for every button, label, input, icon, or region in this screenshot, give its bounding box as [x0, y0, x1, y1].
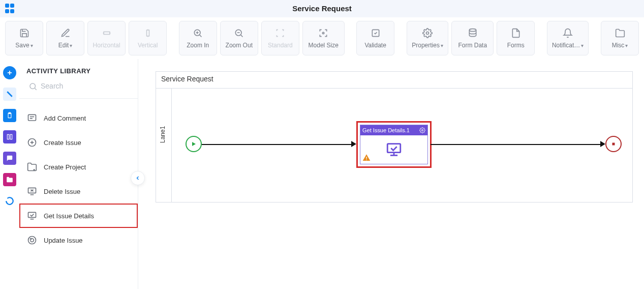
- connector: [202, 144, 352, 145]
- rail-columns-button[interactable]: [3, 130, 16, 143]
- apps-menu-icon[interactable]: [5, 4, 15, 14]
- svg-line-25: [35, 88, 36, 90]
- svg-rect-48: [612, 143, 615, 146]
- activity-node-label: Get Issue Details.1: [362, 127, 410, 133]
- validate-button[interactable]: Validate: [356, 21, 394, 55]
- zoom-in-icon: [193, 27, 203, 39]
- svg-rect-3: [146, 30, 149, 36]
- zoom-in-label: Zoom In: [187, 42, 209, 49]
- svg-rect-23: [10, 134, 12, 139]
- activity-add-comment[interactable]: Add Comment: [19, 106, 138, 130]
- activity-node-highlight: Get Issue Details.1: [356, 121, 432, 168]
- horizontal-icon: [102, 27, 112, 39]
- svg-point-42: [422, 130, 423, 131]
- vertical-icon: [143, 27, 153, 39]
- left-rail: [0, 59, 19, 289]
- folder-plus-icon: [26, 161, 38, 172]
- activity-get-issue-details[interactable]: Get Issue Details: [19, 204, 138, 228]
- folder-icon: [615, 27, 625, 39]
- start-node[interactable]: [186, 136, 202, 152]
- search-input[interactable]: [26, 80, 131, 95]
- page-title: Service Request: [292, 4, 352, 13]
- activity-label: Delete Issue: [44, 188, 80, 195]
- forms-label: Forms: [507, 42, 525, 49]
- model-size-button[interactable]: Model Size: [302, 21, 345, 55]
- vertical-button[interactable]: Vertical: [129, 21, 167, 55]
- check-monitor-icon: [384, 141, 404, 158]
- validate-label: Validate: [364, 42, 386, 49]
- rail-add-button[interactable]: [3, 66, 16, 79]
- end-node[interactable]: [605, 136, 622, 152]
- zoom-out-label: Zoom Out: [226, 42, 253, 49]
- sidebar-collapse-button[interactable]: [131, 171, 145, 185]
- lane-label: Lane1: [159, 126, 166, 143]
- activity-label: Create Project: [44, 163, 86, 171]
- edit-icon: [60, 27, 71, 39]
- activity-label: Create Issue: [44, 139, 81, 147]
- activity-update-issue[interactable]: Update Issue: [19, 228, 138, 252]
- activity-library-sidebar: ACTIVITY LIBRARY Add Comment Create Issu…: [19, 59, 138, 289]
- zoom-in-button[interactable]: Zoom In: [179, 21, 217, 55]
- canvas-divider: [156, 88, 632, 89]
- save-icon: [19, 27, 29, 39]
- svg-rect-46: [366, 157, 366, 159]
- forms-icon: [511, 27, 521, 39]
- horizontal-button[interactable]: Horizontal: [87, 21, 126, 55]
- connector: [431, 144, 601, 145]
- svg-marker-41: [192, 142, 196, 146]
- validate-icon: [371, 27, 381, 39]
- warning-icon: [362, 154, 371, 162]
- svg-rect-0: [104, 32, 110, 35]
- horizontal-label: Horizontal: [93, 42, 120, 49]
- form-data-label: Form Data: [458, 42, 487, 49]
- rail-activities-button[interactable]: [3, 88, 16, 101]
- activity-label: Get Issue Details: [44, 212, 94, 220]
- gear-icon[interactable]: [419, 127, 425, 133]
- rail-folder-button[interactable]: [3, 173, 16, 186]
- rail-refresh-button[interactable]: [3, 194, 16, 208]
- svg-point-40: [28, 237, 36, 244]
- standard-button[interactable]: Standard: [261, 21, 299, 55]
- form-data-button[interactable]: Form Data: [451, 21, 494, 55]
- lane-divider: [171, 88, 172, 202]
- refresh-circle-icon: [26, 235, 38, 246]
- rail-clipboard-button[interactable]: [3, 109, 16, 122]
- check-monitor-icon: [26, 210, 38, 221]
- delete-monitor-icon: [26, 186, 38, 197]
- zoom-out-icon: [234, 27, 244, 39]
- notifications-button[interactable]: Notificat…▾: [547, 21, 589, 55]
- model-size-label: Model Size: [309, 42, 339, 49]
- properties-button[interactable]: Properties▾: [407, 21, 449, 55]
- forms-button[interactable]: Forms: [497, 21, 535, 55]
- zoom-out-button[interactable]: Zoom Out: [220, 21, 258, 55]
- arrow-icon: [600, 141, 605, 147]
- canvas-title: Service Request: [161, 75, 213, 83]
- properties-label: Properties: [412, 42, 440, 49]
- process-canvas[interactable]: Service Request Lane1 Get Issue Details.…: [156, 71, 633, 203]
- chevron-down-icon: ▾: [581, 43, 584, 48]
- svg-rect-47: [366, 159, 366, 160]
- activity-label: Add Comment: [44, 114, 86, 122]
- activity-create-issue[interactable]: Create Issue: [19, 130, 138, 155]
- chevron-down-icon: ▾: [30, 43, 33, 48]
- activity-delete-issue[interactable]: Delete Issue: [19, 179, 138, 204]
- edit-button[interactable]: Edit▾: [46, 21, 84, 55]
- svg-rect-38: [28, 212, 36, 217]
- svg-rect-22: [7, 134, 9, 139]
- standard-label: Standard: [268, 42, 293, 49]
- svg-line-11: [241, 35, 243, 37]
- save-button[interactable]: Save▾: [5, 21, 43, 55]
- misc-label: Misc: [612, 42, 625, 49]
- notifications-label: Notificat…: [552, 42, 580, 49]
- stop-icon: [611, 141, 616, 147]
- rail-chat-button[interactable]: [3, 152, 16, 165]
- sidebar-title: ACTIVITY LIBRARY: [19, 59, 138, 80]
- svg-point-16: [469, 29, 476, 32]
- chevron-left-icon: [135, 175, 141, 181]
- gear-icon: [422, 27, 433, 39]
- misc-button[interactable]: Misc▾: [601, 21, 639, 55]
- activity-node[interactable]: Get Issue Details.1: [360, 125, 428, 164]
- activity-create-project[interactable]: Create Project: [19, 155, 138, 179]
- chevron-down-icon: ▾: [70, 43, 72, 48]
- save-label: Save: [15, 42, 29, 49]
